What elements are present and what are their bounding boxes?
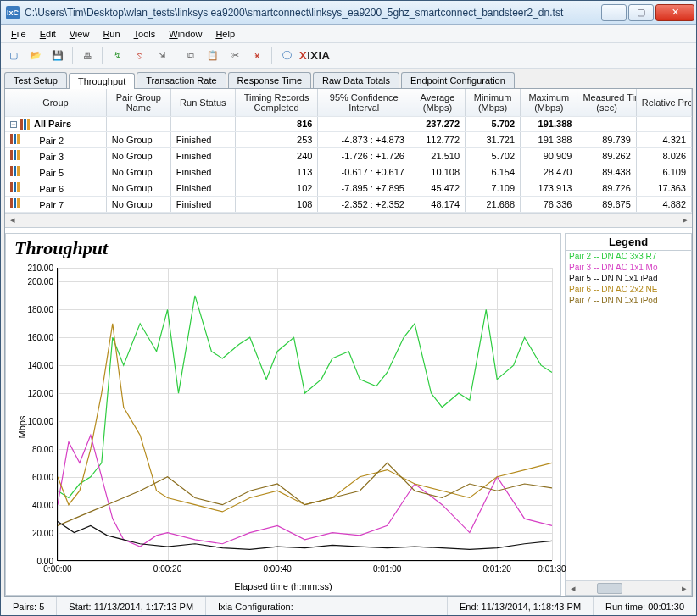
series-pair-2 [58, 295, 552, 497]
col-header[interactable]: Timing RecordsCompleted [235, 89, 318, 116]
tab-raw-data-totals[interactable]: Raw Data Totals [313, 72, 399, 88]
status-pairs: Pairs: 5 [1, 597, 57, 615]
legend-panel: Legend Pair 2 -- DN AC 3x3 R7Pair 3 -- D… [565, 233, 692, 597]
save-icon[interactable]: 💾 [48, 47, 67, 65]
col-header[interactable]: 95% ConfidenceInterval [318, 89, 410, 116]
x-tick: 0:00:20 [153, 564, 181, 574]
tab-throughput[interactable]: Throughput [69, 73, 135, 89]
legend-item[interactable]: Pair 3 -- DN AC 1x1 Mo [566, 262, 691, 273]
table-row[interactable]: Pair 5No GroupFinished113-0.617 : +0.617… [5, 164, 692, 180]
export-icon[interactable]: ⇲ [152, 47, 170, 65]
brand-logo: XIXIA [299, 49, 330, 62]
pair-icon [10, 198, 20, 208]
tab-transaction-rate[interactable]: Transaction Rate [137, 72, 226, 88]
open-icon[interactable]: 📂 [26, 47, 45, 65]
statusbar: Pairs: 5 Start: 11/13/2014, 1:17:13 PM I… [1, 597, 696, 615]
scroll-left-icon[interactable]: ◂ [566, 583, 580, 594]
scroll-right-icon[interactable]: ▸ [677, 214, 692, 226]
copy-icon[interactable]: ⧉ [181, 47, 200, 65]
delete-icon[interactable]: ӿ [248, 47, 266, 65]
content-area: GroupPair GroupNameRun StatusTiming Reco… [4, 88, 693, 597]
table-row[interactable]: Pair 6No GroupFinished102-7.895 : +7.895… [5, 180, 692, 196]
plot-area[interactable]: 0.0020.0040.0060.0080.00100.00120.00140.… [57, 268, 552, 562]
grid-hscroll[interactable]: ◂ ▸ [5, 213, 692, 227]
y-tick: 40.00 [15, 500, 53, 509]
maximize-button[interactable]: ▢ [628, 4, 654, 21]
close-button[interactable]: ✕ [655, 4, 694, 21]
x-tick: 0:01:20 [483, 564, 511, 574]
scroll-left-icon[interactable]: ◂ [5, 214, 20, 226]
col-header[interactable]: Relative Precision [636, 89, 691, 116]
col-header[interactable]: Run Status [170, 89, 235, 116]
y-tick: 140.00 [15, 360, 53, 369]
status-end: End: 11/13/2014, 1:18:43 PM [448, 597, 594, 615]
menu-edit[interactable]: Edit [33, 27, 63, 41]
pairs-icon [20, 119, 31, 130]
pair-icon [10, 182, 20, 192]
stop-icon[interactable]: ⦸ [130, 47, 148, 65]
series-pair-6 [58, 323, 552, 511]
chart-panel: Throughput Mbps 0.0020.0040.0060.0080.00… [5, 233, 561, 597]
x-tick: 0:00:00 [43, 564, 71, 574]
table-row[interactable]: Pair 2No GroupFinished253-4.873 : +4.873… [5, 131, 692, 147]
series-pair-5 [58, 521, 552, 549]
paste-icon[interactable]: 📋 [204, 47, 222, 65]
print-icon[interactable]: 🖶 [78, 47, 97, 65]
menu-tools[interactable]: Tools [127, 27, 163, 41]
status-config: Ixia Configuration: [206, 597, 448, 615]
status-runtime: Run time: 00:01:30 [594, 597, 696, 615]
col-header[interactable]: Measured Time(sec) [577, 89, 636, 116]
menu-file[interactable]: File [4, 27, 33, 41]
tabstrip: Test SetupThroughputTransaction RateResp… [1, 69, 696, 88]
x-axis-label: Elapsed time (h:mm:ss) [234, 581, 332, 591]
table-row[interactable]: Pair 3No GroupFinished240-1.726 : +1.726… [5, 147, 692, 164]
y-tick: 200.00 [15, 276, 53, 286]
x-tick: 0:01:00 [373, 564, 401, 574]
pair-icon [10, 134, 20, 144]
col-header[interactable]: Average(Mbps) [410, 89, 465, 116]
window-title: C:\Users\Tim\Desktop\wlan_tests\linksys … [25, 7, 599, 19]
scroll-thumb[interactable] [597, 583, 622, 594]
table-row-all[interactable]: −All Pairs816237.2725.702191.388 [5, 116, 692, 131]
info-icon[interactable]: ⓘ [277, 47, 296, 65]
y-tick: 180.00 [15, 304, 53, 314]
status-start: Start: 11/13/2014, 1:17:13 PM [57, 597, 206, 615]
col-header[interactable]: Maximum(Mbps) [521, 89, 577, 116]
table-row[interactable]: Pair 7No GroupFinished108-2.352 : +2.352… [5, 196, 692, 212]
run-icon[interactable]: ↯ [108, 47, 126, 65]
col-header[interactable]: Minimum(Mbps) [466, 89, 521, 116]
x-tick: 0:00:40 [263, 564, 291, 574]
app-window: IxC C:\Users\Tim\Desktop\wlan_tests\link… [0, 0, 697, 616]
legend-item[interactable]: Pair 7 -- DN N 1x1 iPod [566, 295, 691, 306]
titlebar: IxC C:\Users\Tim\Desktop\wlan_tests\link… [1, 1, 696, 25]
y-tick: 20.00 [15, 528, 53, 537]
col-header[interactable]: Pair GroupName [106, 89, 170, 116]
legend-hscroll[interactable]: ◂ ▸ [566, 580, 691, 595]
tab-endpoint-configuration[interactable]: Endpoint Configuration [401, 72, 515, 88]
tab-response-time[interactable]: Response Time [228, 72, 311, 88]
x-tick: 0:01:30 [538, 564, 566, 574]
new-icon[interactable]: ▢ [4, 47, 23, 65]
pair-icon [10, 150, 20, 160]
pair-icon [10, 166, 20, 176]
menu-view[interactable]: View [63, 27, 97, 41]
y-tick: 80.00 [15, 444, 53, 453]
legend-item[interactable]: Pair 2 -- DN AC 3x3 R7 [566, 251, 691, 262]
series-pair-3 [58, 435, 552, 547]
menubar: File Edit View Run Tools Window Help [1, 25, 696, 43]
legend-item[interactable]: Pair 6 -- DN AC 2x2 NE [566, 284, 691, 295]
menu-window[interactable]: Window [162, 27, 209, 41]
legend-title: Legend [566, 234, 691, 251]
y-tick: 210.00 [15, 263, 53, 272]
col-header[interactable]: Group [5, 89, 106, 116]
legend-item[interactable]: Pair 5 -- DN N 1x1 iPad [566, 273, 691, 284]
menu-help[interactable]: Help [209, 27, 242, 41]
scroll-right-icon[interactable]: ▸ [677, 583, 691, 594]
y-tick: 160.00 [15, 332, 53, 341]
minimize-button[interactable]: — [601, 4, 627, 21]
y-tick: 60.00 [15, 472, 53, 481]
tab-test-setup[interactable]: Test Setup [4, 72, 67, 88]
cut-icon[interactable]: ✂ [226, 47, 244, 65]
menu-run[interactable]: Run [96, 27, 126, 41]
y-tick: 100.00 [15, 416, 53, 425]
